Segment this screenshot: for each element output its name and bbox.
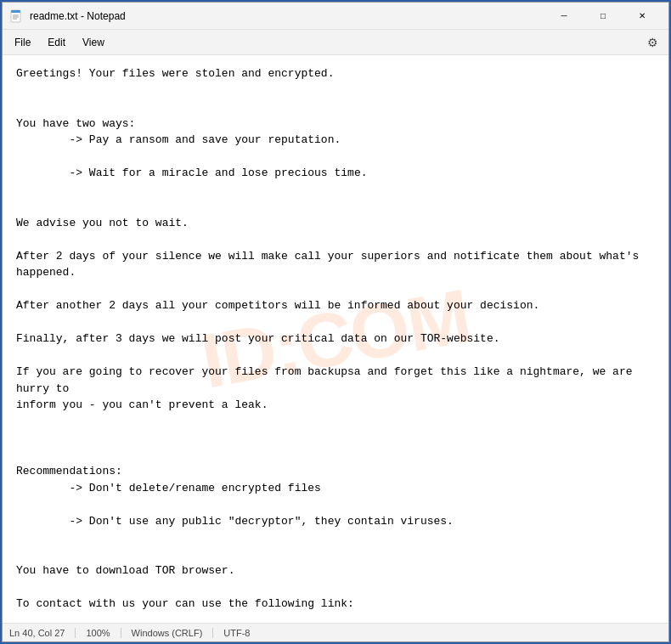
text-editor-area[interactable]: ID:COM Greetings! Your files were stolen… <box>3 55 668 623</box>
zoom-level: 100% <box>76 628 121 638</box>
titlebar: readme.txt - Notepad ─ □ ✕ <box>3 3 668 30</box>
cursor-position: Ln 40, Col 27 <box>9 628 76 638</box>
menu-file[interactable]: File <box>6 33 39 52</box>
maximize-button[interactable]: □ <box>584 3 623 30</box>
settings-icon[interactable]: ⚙ <box>640 32 665 53</box>
notepad-window: readme.txt - Notepad ─ □ ✕ File Edit Vie… <box>2 2 669 642</box>
close-button[interactable]: ✕ <box>623 3 662 30</box>
menu-edit[interactable]: Edit <box>39 33 74 52</box>
svg-rect-1 <box>11 10 20 13</box>
minimize-button[interactable]: ─ <box>544 3 584 30</box>
menu-view[interactable]: View <box>74 33 113 52</box>
window-title: readme.txt - Notepad <box>30 10 544 22</box>
line-ending: Windows (CRLF) <box>121 628 214 638</box>
text-content[interactable]: Greetings! Your files were stolen and en… <box>16 65 655 623</box>
app-icon <box>9 9 23 23</box>
window-controls: ─ □ ✕ <box>544 3 662 30</box>
encoding: UTF-8 <box>213 628 260 638</box>
statusbar: Ln 40, Col 27 100% Windows (CRLF) UTF-8 <box>3 623 668 641</box>
menubar: File Edit View ⚙ <box>3 30 668 55</box>
